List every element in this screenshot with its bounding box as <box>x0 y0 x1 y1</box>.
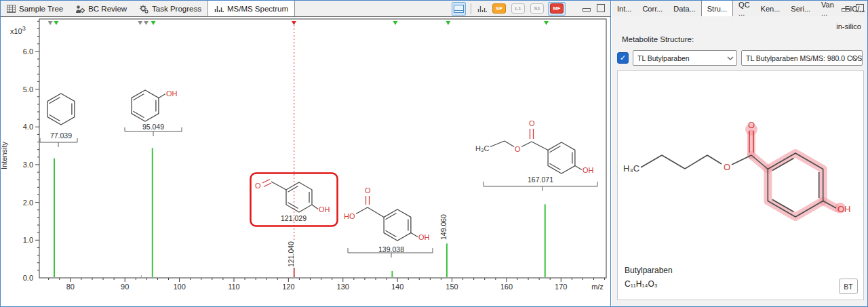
svg-text:90: 90 <box>121 283 129 291</box>
tab-series[interactable]: Seri... <box>785 1 816 16</box>
msms-spectrum-chart[interactable]: x103 Intensity 8090100110120130140150160… <box>1 16 610 306</box>
tab-label: Sample Tree <box>19 5 63 13</box>
svg-text:5.0: 5.0 <box>23 85 33 94</box>
metabolite-select-value: TL Butylparaben <box>637 54 690 62</box>
left-window-buttons <box>583 4 605 12</box>
y-scale-label: x103 <box>10 25 26 35</box>
minimize-icon[interactable] <box>583 8 591 12</box>
peak-label-139: 139.038 <box>370 245 413 253</box>
sp-badge-icon: SP <box>492 3 506 14</box>
svg-text:3.0: 3.0 <box>23 161 33 169</box>
chevron-down-icon <box>727 56 734 60</box>
h3c-atom-label: H₃C <box>623 163 639 173</box>
svg-text:4.0: 4.0 <box>23 123 33 131</box>
h3c-atom-label: H₃C <box>475 144 489 152</box>
peak-label-95: 95.049 <box>132 123 175 131</box>
o-atom-label: O <box>724 162 730 172</box>
spectrum-select[interactable]: TL Butylparaben MS/MS: 980.0 CCS: 0.4 <box>741 50 863 66</box>
maximize-icon[interactable] <box>856 4 864 12</box>
metabolite-checkbox[interactable]: ✓ <box>617 52 629 64</box>
tab-int[interactable]: Int... <box>612 1 637 16</box>
svg-text:0.0: 0.0 <box>23 274 33 282</box>
ho-atom-label: HO <box>344 212 355 220</box>
svg-text:110: 110 <box>228 283 240 291</box>
spectrum-window: Sample Tree BC Review <box>1 1 611 306</box>
tab-sample-tree[interactable]: Sample Tree <box>1 1 69 16</box>
oh-atom-label: OH <box>837 204 851 214</box>
spectrum-select-value: TL Butylparaben MS/MS: 980.0 CCS: 0.4 <box>746 54 863 62</box>
o-atom-label: O <box>529 119 535 127</box>
svg-text:m/z: m/z <box>591 283 604 291</box>
right-window-buttons <box>842 4 864 12</box>
oh-atom-label: OH <box>319 205 330 213</box>
oh-atom-label: OH <box>583 166 594 174</box>
mf-toggle-button[interactable]: MF <box>548 2 566 16</box>
person-gear-icon <box>75 5 85 14</box>
compound-formula: C₁₁H₁₄O₃ <box>625 279 658 289</box>
dock-panel-button[interactable] <box>452 2 466 16</box>
peak-label-167: 167.071 <box>519 176 562 184</box>
structure-viewer[interactable]: H₃C O O OH Butylparaben C₁₁H₁₄O₃ BT <box>617 70 864 300</box>
tab-corr[interactable]: Corr... <box>637 1 668 16</box>
o-atom-label: O <box>515 145 521 153</box>
svg-text:150: 150 <box>446 283 458 291</box>
tab-structure[interactable]: Stru... <box>701 0 733 16</box>
chevron-down-icon <box>852 56 859 60</box>
spectrum-bars-icon <box>214 5 224 13</box>
bt-button[interactable]: BT <box>839 279 858 294</box>
butylparaben-structure: H₃C O O OH <box>618 71 862 261</box>
svg-text:160: 160 <box>500 283 513 291</box>
spectrum-plot: 8090100110120130140150160170m/z0.01.02.0… <box>1 1 610 307</box>
tab-label: Task Progress <box>152 5 201 13</box>
svg-text:170: 170 <box>555 283 567 291</box>
tab-label: MS/MS Spectrum <box>227 5 288 13</box>
compound-name: Butylparaben <box>625 266 673 275</box>
tab-qc[interactable]: QC ... <box>733 1 755 16</box>
metabolite-select[interactable]: TL Butylparaben <box>633 50 737 66</box>
structure-phenol <box>132 90 165 121</box>
tab-data[interactable]: Data... <box>668 1 701 16</box>
svg-text:140: 140 <box>391 283 403 291</box>
app-window: Sample Tree BC Review <box>0 0 868 307</box>
metabolite-structure-label: Metabolite Structure: <box>622 35 694 43</box>
y-axis-title: Intensity <box>0 142 8 169</box>
s1-toggle-button[interactable]: S1 <box>529 3 545 15</box>
mf-badge-icon: MF <box>550 3 564 14</box>
tab-van[interactable]: Van ... <box>816 1 840 16</box>
svg-text:1.0: 1.0 <box>23 236 33 244</box>
gears-icon <box>139 5 149 14</box>
structure-hydroxybenzoic-acid <box>356 196 418 241</box>
svg-text:120: 120 <box>282 283 294 291</box>
spectrum-toolbar: SP L1 S1 MF <box>452 2 566 15</box>
structure-bonds <box>641 131 836 217</box>
oh-atom-label: OH <box>418 233 430 241</box>
in-silico-label: in-silico <box>836 22 861 30</box>
table-grid-icon <box>7 5 16 13</box>
structure-controls: ✓ TL Butylparaben TL Butylparaben MS/MS:… <box>617 50 863 66</box>
tab-kendrick[interactable]: Ken... <box>755 1 786 16</box>
s1-badge-icon: S1 <box>530 3 544 14</box>
l1-toggle-button[interactable]: L1 <box>510 3 526 15</box>
svg-text:100: 100 <box>173 283 185 291</box>
minimize-icon[interactable] <box>842 8 850 12</box>
svg-text:130: 130 <box>337 283 349 291</box>
svg-text:6.0: 6.0 <box>23 47 33 56</box>
tab-bc-review[interactable]: BC Review <box>69 1 133 16</box>
selected-mz-label: 121.040 <box>287 241 295 267</box>
oh-atom-label: OH <box>166 89 178 98</box>
spectrum-view-button[interactable] <box>476 3 488 15</box>
spectrum-bars-icon <box>477 5 487 13</box>
structure-ethylparaben <box>490 129 582 173</box>
left-tabbar: Sample Tree BC Review <box>1 1 610 16</box>
fragment-structures-layer: OH O OH <box>1 1 610 307</box>
svg-text:80: 80 <box>66 283 75 291</box>
o-atom-label: O <box>748 120 755 130</box>
maximize-icon[interactable] <box>597 4 605 12</box>
tab-task-progress[interactable]: Task Progress <box>133 1 208 16</box>
peak-label-121: 121.029 <box>272 214 315 222</box>
panel-layout-icon <box>454 5 464 13</box>
structure-benzene <box>47 94 75 125</box>
tab-msms-spectrum[interactable]: MS/MS Spectrum <box>208 0 295 16</box>
sp-toggle-button[interactable]: SP <box>491 3 507 15</box>
peak-label-149: 149.060 <box>439 214 448 240</box>
